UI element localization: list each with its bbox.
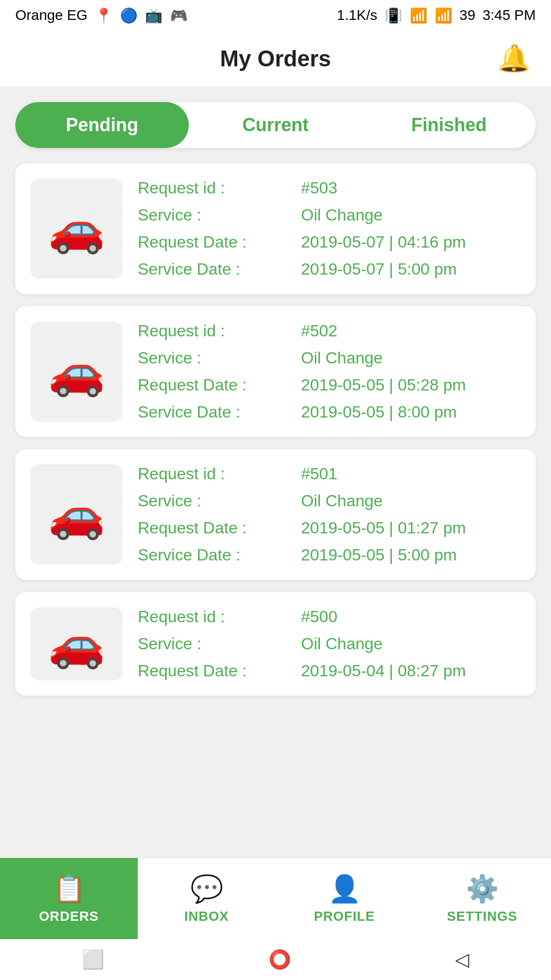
status-right: 1.1K/s 📳 📶 📶 39 3:45 PM xyxy=(337,7,536,24)
vibrate-icon: 📳 xyxy=(385,7,403,24)
detail-row-request-date: Request Date : 2019-05-05 | 01:27 pm xyxy=(138,519,520,537)
android-nav: ⬜ ⭕ ◁ xyxy=(0,939,551,980)
settings-icon: ⚙️ xyxy=(466,873,499,904)
request-id-value: #502 xyxy=(301,322,337,340)
service-date-value: 2019-05-05 | 5:00 pm xyxy=(301,546,457,565)
request-date-value: 2019-05-05 | 05:28 pm xyxy=(301,376,466,395)
battery-text: 39 xyxy=(460,7,475,23)
detail-row-request-date: Request Date : 2019-05-07 | 04:16 pm xyxy=(138,233,520,252)
card-icon-wrapper: 🚗 xyxy=(31,607,122,680)
card-icon-wrapper: 🚗 xyxy=(31,322,122,422)
detail-row-service: Service : Oil Change xyxy=(138,634,520,653)
request-date-label: Request Date : xyxy=(138,662,301,680)
request-date-label: Request Date : xyxy=(138,519,301,537)
request-date-label: Request Date : xyxy=(138,233,301,252)
service-date-label: Service Date : xyxy=(138,546,301,565)
nav-item-settings[interactable]: ⚙️ SETTINGS xyxy=(413,858,551,939)
service-date-label: Service Date : xyxy=(138,260,301,279)
order-card[interactable]: 🚗 Request id : #502 Service : Oil Change… xyxy=(15,306,536,437)
orders-list: 🚗 Request id : #503 Service : Oil Change… xyxy=(0,158,551,857)
service-date-label: Service Date : xyxy=(138,403,301,422)
card-details: Request id : #502 Service : Oil Change R… xyxy=(138,322,520,422)
detail-row-request-id: Request id : #502 xyxy=(138,322,520,340)
card-icon-wrapper: 🚗 xyxy=(31,179,122,279)
orders-label: ORDERS xyxy=(39,909,98,924)
order-card[interactable]: 🚗 Request id : #503 Service : Oil Change… xyxy=(15,163,536,294)
card-details: Request id : #500 Service : Oil Change R… xyxy=(138,607,520,680)
detail-row-request-date: Request Date : 2019-05-04 | 08:27 pm xyxy=(138,662,520,680)
request-id-value: #503 xyxy=(301,179,337,198)
request-date-value: 2019-05-07 | 04:16 pm xyxy=(301,233,466,252)
game-icon: 🎮 xyxy=(170,7,188,24)
order-card[interactable]: 🚗 Request id : #501 Service : Oil Change… xyxy=(15,449,536,580)
request-id-label: Request id : xyxy=(138,607,301,626)
service-label: Service : xyxy=(138,634,301,653)
service-value: Oil Change xyxy=(301,492,383,510)
status-bar: Orange EG 📍 🔵 📺 🎮 1.1K/s 📳 📶 📶 39 3:45 P… xyxy=(0,0,551,31)
bottom-nav: 📋 ORDERS 💬 INBOX 👤 PROFILE ⚙️ SETTINGS xyxy=(0,857,551,939)
detail-row-request-id: Request id : #501 xyxy=(138,464,520,483)
location-icon: 📍 xyxy=(95,7,113,24)
service-label: Service : xyxy=(138,349,301,368)
service-value: Oil Change xyxy=(301,349,383,368)
detail-row-request-id: Request id : #500 xyxy=(138,607,520,626)
detail-row-service: Service : Oil Change xyxy=(138,206,520,225)
signal-icon: 📶 xyxy=(435,7,453,24)
profile-icon: 👤 xyxy=(328,873,361,904)
car-icon: 🚗 xyxy=(48,345,105,399)
profile-label: PROFILE xyxy=(314,909,375,924)
inbox-icon: 💬 xyxy=(190,873,223,904)
detail-row-service: Service : Oil Change xyxy=(138,492,520,510)
request-id-label: Request id : xyxy=(138,322,301,340)
bell-icon[interactable]: 🔔 xyxy=(497,43,531,74)
detail-row-request-id: Request id : #503 xyxy=(138,179,520,198)
detail-row-service-date: Service Date : 2019-05-05 | 5:00 pm xyxy=(138,546,520,565)
detail-row-service-date: Service Date : 2019-05-07 | 5:00 pm xyxy=(138,260,520,279)
settings-label: SETTINGS xyxy=(447,909,517,924)
request-id-label: Request id : xyxy=(138,464,301,483)
inbox-label: INBOX xyxy=(184,909,229,924)
service-date-value: 2019-05-05 | 8:00 pm xyxy=(301,403,457,422)
service-label: Service : xyxy=(138,492,301,510)
car-icon: 🚗 xyxy=(48,617,105,671)
request-date-value: 2019-05-05 | 01:27 pm xyxy=(301,519,466,537)
nav-item-profile[interactable]: 👤 PROFILE xyxy=(276,858,413,939)
card-icon-wrapper: 🚗 xyxy=(31,464,122,565)
service-value: Oil Change xyxy=(301,634,383,653)
card-details: Request id : #503 Service : Oil Change R… xyxy=(138,179,520,279)
circle-button[interactable]: ⭕ xyxy=(268,949,291,970)
tab-bar: Pending Current Finished xyxy=(15,102,536,148)
tab-pending[interactable]: Pending xyxy=(15,102,189,148)
wifi-icon2: 🔵 xyxy=(120,7,138,24)
request-id-value: #501 xyxy=(301,464,337,483)
square-button[interactable]: ⬜ xyxy=(82,949,105,970)
detail-row-request-date: Request Date : 2019-05-05 | 05:28 pm xyxy=(138,376,520,395)
nav-item-inbox[interactable]: 💬 INBOX xyxy=(138,858,276,939)
card-details: Request id : #501 Service : Oil Change R… xyxy=(138,464,520,565)
tab-current[interactable]: Current xyxy=(189,102,362,148)
detail-row-service-date: Service Date : 2019-05-05 | 8:00 pm xyxy=(138,403,520,422)
header: My Orders 🔔 xyxy=(0,31,551,87)
carrier-text: Orange EG xyxy=(15,7,88,23)
order-card[interactable]: 🚗 Request id : #500 Service : Oil Change… xyxy=(15,592,536,696)
nav-item-orders[interactable]: 📋 ORDERS xyxy=(0,858,138,939)
request-id-value: #500 xyxy=(301,607,337,626)
service-date-value: 2019-05-07 | 5:00 pm xyxy=(301,260,457,279)
car-icon: 🚗 xyxy=(48,488,105,542)
tab-finished[interactable]: Finished xyxy=(362,102,536,148)
request-id-label: Request id : xyxy=(138,179,301,198)
media-icon: 📺 xyxy=(145,7,163,24)
request-date-value: 2019-05-04 | 08:27 pm xyxy=(301,662,466,680)
wifi-icon: 📶 xyxy=(410,7,428,24)
service-label: Service : xyxy=(138,206,301,225)
car-icon: 🚗 xyxy=(48,202,105,256)
request-date-label: Request Date : xyxy=(138,376,301,395)
detail-row-service: Service : Oil Change xyxy=(138,349,520,368)
orders-icon: 📋 xyxy=(53,873,86,904)
page-title: My Orders xyxy=(220,46,331,71)
speed-text: 1.1K/s xyxy=(337,7,377,23)
time-text: 3:45 PM xyxy=(483,7,536,23)
service-value: Oil Change xyxy=(301,206,383,225)
status-left: Orange EG 📍 🔵 📺 🎮 xyxy=(15,7,188,24)
back-button[interactable]: ◁ xyxy=(455,949,469,970)
